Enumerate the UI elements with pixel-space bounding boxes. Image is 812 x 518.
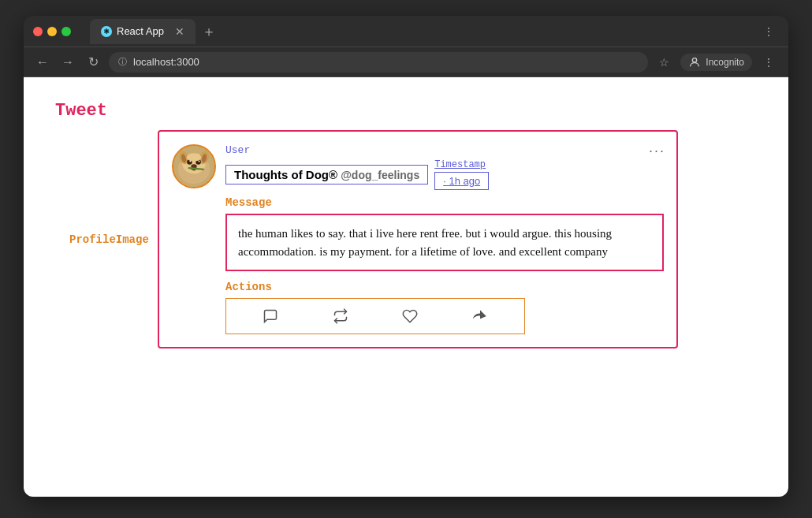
profile-image-label: ProfileImage xyxy=(69,233,149,246)
new-tab-button[interactable]: ＋ xyxy=(202,22,216,41)
incognito-label: Incognito xyxy=(706,57,744,68)
lock-icon: ⓘ xyxy=(118,56,127,68)
active-tab[interactable]: ⚛ React App ✕ xyxy=(90,19,196,44)
share-button[interactable] xyxy=(445,305,516,327)
incognito-button[interactable]: Incognito xyxy=(680,54,752,71)
profile-avatar xyxy=(172,144,216,188)
tweet-body: User Thoughts of Dog® @dog_feelings Time… xyxy=(225,144,664,334)
react-icon: ⚛ xyxy=(101,26,112,37)
tab-close-button[interactable]: ✕ xyxy=(175,25,184,38)
user-handle: @dog_feelings xyxy=(341,169,419,181)
dog-image xyxy=(173,146,214,187)
reply-icon xyxy=(263,308,278,324)
svg-point-14 xyxy=(187,154,202,161)
message-text: the human likes to say. that i live here… xyxy=(225,214,664,271)
like-button[interactable] xyxy=(375,305,445,327)
tweet-card: ··· ProfileImage xyxy=(158,130,678,348)
page-content: Tweet ··· ProfileImage xyxy=(24,77,788,497)
tab-title: React App xyxy=(117,25,164,37)
reply-button[interactable] xyxy=(236,305,306,327)
bookmark-button[interactable]: ☆ xyxy=(654,54,674,70)
svg-point-11 xyxy=(199,161,200,162)
close-window-button[interactable] xyxy=(33,27,43,36)
traffic-lights xyxy=(33,27,71,36)
message-label: Message xyxy=(225,196,664,209)
minimize-window-button[interactable] xyxy=(47,27,57,36)
tab-bar: ⚛ React App ✕ ＋ xyxy=(90,19,752,44)
user-display-name-box: Thoughts of Dog® @dog_feelings xyxy=(225,165,428,184)
address-bar[interactable]: ⓘ localhost:3000 xyxy=(109,52,648,73)
browser-titlebar: ⚛ React App ✕ ＋ ⋮ xyxy=(24,16,788,47)
user-display-name: Thoughts of Dog® xyxy=(234,168,337,181)
retweet-button[interactable] xyxy=(306,305,376,327)
browser-menu-button[interactable]: ⋮ xyxy=(758,24,779,39)
more-options-button[interactable]: ⋮ xyxy=(758,54,779,70)
actions-label: Actions xyxy=(225,281,664,293)
user-label: User xyxy=(225,144,664,156)
profile-image-container: ProfileImage xyxy=(172,144,216,334)
incognito-icon xyxy=(688,56,701,69)
back-button[interactable]: ← xyxy=(33,53,52,72)
more-menu-button[interactable]: ··· xyxy=(649,143,665,159)
reload-button[interactable]: ↻ xyxy=(84,53,102,72)
browser-toolbar: ← → ↻ ⓘ localhost:3000 ☆ Incognito ⋮ xyxy=(24,47,788,77)
user-row: Thoughts of Dog® @dog_feelings Timestamp… xyxy=(225,159,664,190)
forward-button[interactable]: → xyxy=(58,53,77,72)
svg-point-0 xyxy=(693,58,697,61)
share-icon xyxy=(472,308,488,324)
retweet-icon xyxy=(333,308,348,324)
browser-window: ⚛ React App ✕ ＋ ⋮ ← → ↻ ⓘ localhost:3000… xyxy=(24,16,788,497)
user-section: User Thoughts of Dog® @dog_feelings Time… xyxy=(225,144,664,190)
tweet-section-label: Tweet xyxy=(55,101,757,121)
timestamp-value: · 1h ago xyxy=(434,172,489,190)
actions-bar xyxy=(225,298,525,334)
timestamp-label: Timestamp xyxy=(434,159,486,170)
maximize-window-button[interactable] xyxy=(61,27,71,36)
toolbar-actions: ☆ Incognito ⋮ xyxy=(654,54,779,71)
like-icon xyxy=(402,308,418,324)
url-text: localhost:3000 xyxy=(133,56,199,68)
